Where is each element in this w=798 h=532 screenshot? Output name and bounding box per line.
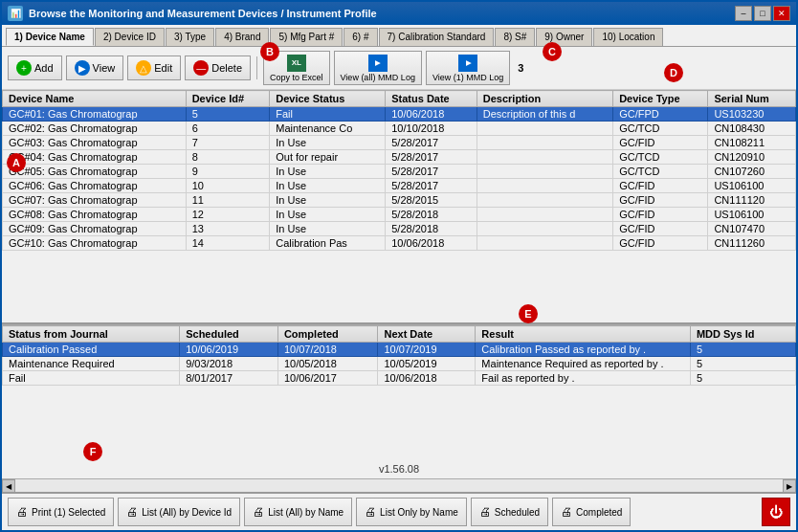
tab-owner[interactable]: 9) Owner bbox=[536, 28, 592, 46]
upper-table-container[interactable]: Device Name Device Id# Device Status Sta… bbox=[2, 90, 796, 324]
journal-row[interactable]: Fail8/01/201710/06/201710/06/2018Fail as… bbox=[3, 371, 796, 386]
tab-type[interactable]: 3) Type bbox=[166, 28, 214, 46]
tab-location[interactable]: 10) Location bbox=[593, 28, 663, 46]
table-row[interactable]: GC#03: Gas Chromatograp7In Use5/28/2017G… bbox=[3, 136, 796, 150]
completed-button[interactable]: 🖨 Completed bbox=[552, 498, 631, 526]
view-all-mmd-button[interactable]: ▶ View (all) MMD Log bbox=[334, 51, 422, 85]
tab-brand[interactable]: 4) Brand bbox=[215, 28, 269, 46]
col-device-status[interactable]: Device Status bbox=[270, 91, 386, 107]
tab-mfg-part[interactable]: 5) Mfg Part # bbox=[270, 28, 343, 46]
list-only-icon: 🖨 bbox=[365, 505, 376, 519]
table-row[interactable]: GC#01: Gas Chromatograp5Fail10/06/2018De… bbox=[3, 107, 796, 122]
table-cell: GC/TCD bbox=[613, 122, 708, 136]
table-cell: 5/28/2017 bbox=[386, 136, 477, 150]
col-device-id[interactable]: Device Id# bbox=[186, 91, 270, 107]
col-scheduled[interactable]: Scheduled bbox=[180, 326, 278, 343]
col-next-date[interactable]: Next Date bbox=[378, 326, 476, 343]
list-all-name-button[interactable]: 🖨 List (All) by Name bbox=[244, 498, 352, 526]
col-status-journal[interactable]: Status from Journal bbox=[3, 326, 180, 343]
window-title: Browse the Monitoring and Measurement De… bbox=[29, 8, 377, 19]
table-cell: In Use bbox=[270, 193, 386, 208]
col-device-name[interactable]: Device Name bbox=[3, 91, 187, 107]
list-all-device-id-button[interactable]: 🖨 List (All) by Device Id bbox=[118, 498, 240, 526]
table-cell: 12 bbox=[186, 208, 270, 222]
tab-device-id[interactable]: 2) Device ID bbox=[95, 28, 165, 46]
table-row[interactable]: GC#07: Gas Chromatograp11In Use5/28/2015… bbox=[3, 193, 796, 208]
table-cell: US103230 bbox=[708, 107, 796, 122]
scroll-track[interactable] bbox=[15, 479, 783, 492]
table-row[interactable]: GC#02: Gas Chromatograp6Maintenance Co10… bbox=[3, 122, 796, 136]
scroll-left[interactable]: ◀ bbox=[2, 479, 15, 492]
view-icon: ▶ bbox=[75, 60, 90, 76]
journal-cell: 10/05/2018 bbox=[277, 357, 378, 371]
table-cell bbox=[477, 236, 612, 251]
print-selected-button[interactable]: 🖨 Print (1) Selected bbox=[8, 498, 114, 526]
separator-1 bbox=[256, 56, 257, 79]
close-btn[interactable]: ✕ bbox=[773, 6, 790, 21]
view-button[interactable]: ▶ View bbox=[66, 55, 124, 80]
edit-button[interactable]: △ Edit bbox=[127, 55, 181, 80]
table-cell: GC/FID bbox=[613, 193, 708, 208]
table-cell: 5 bbox=[186, 107, 270, 122]
table-cell: CN107260 bbox=[708, 165, 796, 179]
table-row[interactable]: GC#04: Gas Chromatograp8Out for repair5/… bbox=[3, 150, 796, 165]
view-1-mmd-button[interactable]: ▶ View (1) MMD Log bbox=[426, 51, 510, 85]
minimize-btn[interactable]: – bbox=[735, 6, 752, 21]
col-mdd-id[interactable]: MDD Sys Id bbox=[690, 326, 795, 343]
table-cell: GC/FID bbox=[613, 136, 708, 150]
table-cell bbox=[477, 136, 612, 150]
col-completed[interactable]: Completed bbox=[277, 326, 378, 343]
table-row[interactable]: GC#09: Gas Chromatograp13In Use5/28/2018… bbox=[3, 222, 796, 236]
lower-scrollbar[interactable]: ◀ ▶ bbox=[2, 478, 796, 492]
table-cell: GC/FPD bbox=[613, 107, 708, 122]
table-cell: GC#06: Gas Chromatograp bbox=[3, 179, 187, 193]
table-cell bbox=[477, 222, 612, 236]
journal-row[interactable]: Calibration Passed10/06/201910/07/201810… bbox=[3, 343, 796, 357]
table-cell: CN120910 bbox=[708, 150, 796, 165]
table-cell: CN111260 bbox=[708, 236, 796, 251]
journal-table: Status from Journal Scheduled Completed … bbox=[2, 325, 796, 386]
mmd-all-icon: ▶ bbox=[368, 55, 388, 72]
table-cell: 11 bbox=[186, 193, 270, 208]
col-result[interactable]: Result bbox=[476, 326, 691, 343]
journal-cell: 10/07/2019 bbox=[378, 343, 476, 357]
table-cell: 10 bbox=[186, 179, 270, 193]
table-row[interactable]: GC#05: Gas Chromatograp9In Use5/28/2017G… bbox=[3, 165, 796, 179]
copy-to-excel-button[interactable]: XL Copy to Excel bbox=[263, 51, 330, 85]
list-name-icon: 🖨 bbox=[253, 505, 264, 519]
table-row[interactable]: GC#08: Gas Chromatograp12In Use5/28/2018… bbox=[3, 208, 796, 222]
col-description[interactable]: Description bbox=[477, 91, 612, 107]
col-serial-num[interactable]: Serial Num bbox=[708, 91, 796, 107]
col-status-date[interactable]: Status Date bbox=[386, 91, 477, 107]
journal-row[interactable]: Maintenance Required9/03/201810/05/20181… bbox=[3, 357, 796, 371]
col-device-type[interactable]: Device Type bbox=[613, 91, 708, 107]
maximize-btn[interactable]: □ bbox=[754, 6, 771, 21]
version-text: v1.56.08 bbox=[2, 459, 796, 478]
list-only-label: List Only by Name bbox=[380, 507, 458, 518]
tab-device-name[interactable]: 1) Device Name bbox=[6, 28, 94, 46]
scheduled-button[interactable]: 🖨 Scheduled bbox=[471, 498, 548, 526]
delete-button[interactable]: — Delete bbox=[185, 55, 251, 80]
add-button[interactable]: + Add bbox=[8, 55, 62, 80]
tab-cal-standard[interactable]: 7) Calibration Standard bbox=[379, 28, 495, 46]
table-row[interactable]: GC#06: Gas Chromatograp10In Use5/28/2017… bbox=[3, 179, 796, 193]
devices-table: Device Name Device Id# Device Status Sta… bbox=[2, 90, 796, 251]
copy-excel-label: Copy to Excel bbox=[270, 73, 323, 82]
tab-serial[interactable]: 8) S# bbox=[495, 28, 535, 46]
table-cell: 5/28/2017 bbox=[386, 179, 477, 193]
bottom-toolbar: 🖨 Print (1) Selected 🖨 List (All) by Dev… bbox=[2, 492, 796, 530]
table-row[interactable]: GC#10: Gas Chromatograp14Calibration Pas… bbox=[3, 236, 796, 251]
table-cell: 7 bbox=[186, 136, 270, 150]
view-1-mmd-label: View (1) MMD Log bbox=[432, 73, 503, 82]
tab-num[interactable]: 6) # bbox=[344, 28, 377, 46]
table-cell: GC/FID bbox=[613, 179, 708, 193]
list-only-name-button[interactable]: 🖨 List Only by Name bbox=[356, 498, 467, 526]
lower-table-container[interactable]: Status from Journal Scheduled Completed … bbox=[2, 325, 796, 459]
table-cell: 5/28/2017 bbox=[386, 150, 477, 165]
power-button[interactable]: ⏻ bbox=[762, 498, 790, 526]
journal-cell: 9/03/2018 bbox=[180, 357, 278, 371]
scroll-right[interactable]: ▶ bbox=[783, 479, 796, 492]
table-cell: GC#04: Gas Chromatograp bbox=[3, 150, 187, 165]
scheduled-label: Scheduled bbox=[495, 507, 540, 518]
table-cell: GC#08: Gas Chromatograp bbox=[3, 208, 187, 222]
